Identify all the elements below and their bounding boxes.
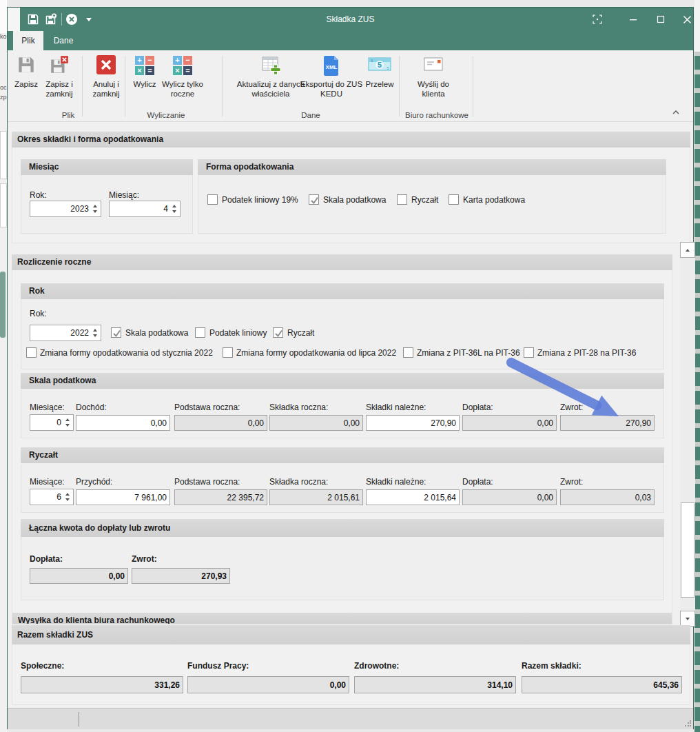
laczna-zwrot-input — [132, 568, 230, 584]
checkbox-label: Ryczałt — [287, 328, 314, 338]
miesiac-spinner-input[interactable] — [110, 201, 169, 216]
checkbox-podatek-liniowy-roczny[interactable] — [195, 327, 205, 338]
spinner-up-icon[interactable] — [93, 205, 97, 207]
qat-dropdown-icon[interactable] — [86, 18, 92, 21]
field-label: Podstawa roczna: — [174, 477, 240, 487]
close-button[interactable] — [679, 12, 694, 26]
tab-dane[interactable]: Dane — [46, 31, 81, 50]
skala-skladki-nalezne-input[interactable] — [366, 415, 460, 431]
zdrowotne-label: Zdrowotne: — [354, 661, 399, 671]
field-label: Dopłata: — [462, 403, 493, 412]
button-label: Wyślij do klienta — [406, 79, 460, 99]
ryczalt-miesiace-input[interactable] — [30, 489, 63, 505]
banknote-icon: 555 — [360, 54, 399, 79]
field-label: Składki należne: — [366, 477, 426, 487]
spinner-down-icon[interactable] — [93, 210, 97, 213]
skala-miesiace-spinner[interactable] — [30, 414, 74, 431]
eksportuj-button[interactable]: XML Eksportuj do ZUS KEDU — [300, 54, 363, 111]
section-body-razem: Społeczne: Fundusz Pracy: Zdrowotne: Raz… — [12, 644, 690, 705]
group-header-forma: Forma opodatkowania — [198, 159, 666, 175]
field-label: Przychód: — [76, 477, 112, 487]
ryczalt-skladki-nalezne-input[interactable] — [366, 489, 460, 505]
checkbox-label: Skala podatkowa — [323, 195, 386, 205]
checkbox-label: Zmiana formy opodatkowania od lipca 2022 — [236, 348, 396, 358]
spinner-down-icon[interactable] — [172, 210, 176, 213]
ribbon-collapse-icon[interactable] — [668, 108, 683, 117]
spinner-down-icon[interactable] — [65, 498, 70, 501]
wyslij-do-klienta-button[interactable]: Wyślij do klienta — [406, 54, 460, 111]
qat-save-icon[interactable] — [27, 13, 39, 26]
skala-miesiace-input[interactable] — [30, 415, 63, 430]
section-body-rozliczenie: Rok Rok: Skala podatkowa Podatek liniowy… — [12, 270, 672, 624]
skala-doplata-input — [462, 415, 557, 431]
background-selection — [0, 272, 6, 338]
ryczalt-przychod-input[interactable] — [76, 489, 170, 505]
svg-text:5: 5 — [371, 59, 373, 63]
rok-roczny-spinner[interactable] — [30, 325, 101, 341]
ribbon-group-label-wyliczanie: Wyliczanie — [125, 111, 207, 119]
svg-text:5: 5 — [387, 66, 389, 70]
field-label: Miesiące: — [30, 403, 65, 412]
miesiac-spinner[interactable] — [109, 201, 181, 217]
resize-grip[interactable] — [684, 720, 691, 727]
qat-save-close-icon[interactable] — [45, 13, 57, 26]
checkbox-skala-podatkowa-roczna[interactable] — [111, 327, 121, 338]
minimize-button[interactable] — [626, 12, 641, 26]
qat-cancel-icon[interactable] — [65, 13, 78, 26]
przelew-button[interactable]: 555 Przelew — [360, 54, 399, 111]
spinner-up-icon[interactable] — [65, 493, 70, 496]
group-forma-opodatkowania: Forma opodatkowania Podatek liniowy 19% … — [198, 159, 666, 234]
checkbox-label: Ryczałt — [411, 195, 438, 205]
checkbox-ryczalt[interactable] — [397, 194, 407, 205]
screen-fit-icon[interactable] — [590, 12, 605, 26]
checkbox-skala-podatkowa[interactable] — [309, 194, 319, 205]
spinner-down-icon[interactable] — [93, 334, 97, 337]
background-window-right — [694, 0, 700, 732]
group-header-miesiac: Miesiąc — [21, 159, 193, 175]
scrollbar-up-icon[interactable] — [680, 242, 695, 258]
checkbox-zmiana-od-lipca[interactable] — [223, 347, 233, 358]
tab-plik[interactable]: Plik — [13, 31, 43, 50]
status-bar — [8, 708, 693, 729]
scrollbar-down-icon[interactable] — [680, 611, 695, 627]
minus-tile: − — [183, 56, 192, 65]
vertical-scrollbar[interactable] — [680, 242, 695, 627]
spinner-up-icon[interactable] — [172, 205, 176, 207]
rok-spinner[interactable] — [30, 201, 101, 217]
group-header-ryczalt: Ryczałt — [21, 447, 664, 463]
field-label: Zwrot: — [560, 477, 583, 487]
anuluj-i-zamknij-button[interactable]: Anuluj i zamknij — [86, 54, 126, 111]
up-arrow-icon — [686, 249, 690, 252]
spinner-up-icon[interactable] — [93, 329, 97, 332]
maximize-button[interactable] — [653, 12, 668, 26]
group-body-forma: Podatek liniowy 19% Skala podatkowa Rycz… — [198, 175, 666, 234]
zdrowotne-input — [354, 676, 516, 693]
group-body-rok: Rok: Skala podatkowa Podatek liniowy Ryc… — [21, 299, 664, 369]
qat-separator — [61, 13, 62, 26]
ryczalt-miesiace-spinner[interactable] — [30, 489, 74, 505]
checkbox-ryczalt-roczny[interactable] — [273, 327, 283, 338]
fundusz-pracy-label: Fundusz Pracy: — [187, 661, 249, 671]
section-header-wysylka: Wysyłka do klienta biura rachunkowego — [12, 613, 672, 624]
wylicz-tylko-roczne-button[interactable]: +−×= Wylicz tylko roczne — [154, 54, 211, 111]
skala-dochod-input[interactable] — [76, 415, 170, 431]
rok-spinner-input[interactable] — [30, 201, 90, 216]
checkbox-zmiana-pit28[interactable] — [524, 347, 534, 358]
ryczalt-podstawa-roczna-input — [174, 489, 267, 505]
equals-tile: = — [145, 66, 154, 75]
section-header-okres: Okres składki i forma opodatkowania — [12, 132, 690, 148]
button-label: Wylicz tylko roczne — [154, 79, 211, 99]
group-header-rok: Rok — [21, 283, 664, 299]
rok-roczny-spinner-input[interactable] — [30, 325, 90, 340]
scrollbar-thumb[interactable] — [681, 502, 694, 598]
spinner-up-icon[interactable] — [65, 418, 70, 421]
background-text-fragment: ko — [0, 33, 7, 40]
checkbox-zmiana-pit36l[interactable] — [403, 347, 413, 358]
checkbox-podatek-liniowy-19[interactable] — [207, 194, 218, 205]
razem-skladki-label: Razem składki: — [522, 661, 581, 671]
spinner-down-icon[interactable] — [65, 424, 70, 427]
checkbox-karta-podatkowa[interactable] — [449, 194, 459, 205]
ribbon-group-label-plik: Plik — [27, 111, 110, 119]
checkbox-zmiana-od-stycznia[interactable] — [26, 347, 37, 358]
zapisz-i-zamknij-button[interactable]: Zapisz i zamknij — [38, 54, 81, 111]
